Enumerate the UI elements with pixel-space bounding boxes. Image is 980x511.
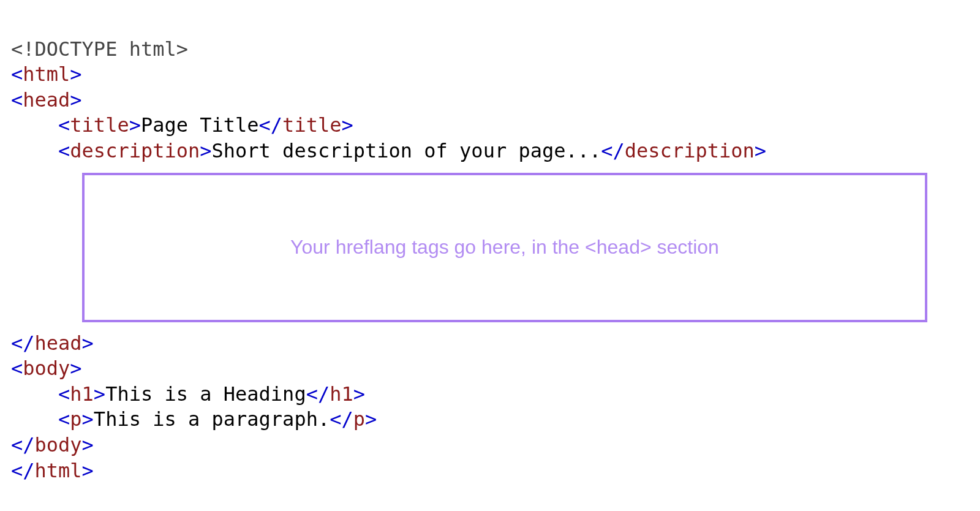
description-text: Short description of your page...	[212, 139, 601, 162]
doctype-line: <!DOCTYPE html>	[11, 37, 188, 61]
title-text: Page Title	[141, 113, 259, 137]
html-close-tag: html	[35, 459, 82, 482]
title-tag-close: title	[282, 113, 341, 137]
h1-tag-close: h1	[330, 382, 353, 406]
p-text: This is a paragraph.	[94, 407, 330, 431]
head-open-tag: head	[23, 88, 70, 112]
description-tag-open: description	[70, 139, 200, 162]
title-tag-open: title	[70, 113, 129, 137]
callout-wrapper: Your hreflang tags go here, in the <head…	[11, 173, 969, 322]
callout-text: Your hreflang tags go here, in the <head…	[290, 235, 719, 260]
hreflang-callout: Your hreflang tags go here, in the <head…	[82, 173, 927, 322]
description-tag-close: description	[625, 139, 755, 162]
p-tag-close: p	[353, 407, 365, 431]
p-tag-open: p	[70, 407, 81, 431]
h1-text: This is a Heading	[105, 382, 306, 406]
h1-tag-open: h1	[70, 382, 94, 406]
html-open-tag: html	[23, 62, 70, 86]
body-open-tag: body	[23, 357, 70, 380]
body-close-tag: body	[35, 433, 82, 456]
head-close-tag: head	[35, 331, 82, 355]
code-snippet: <!DOCTYPE html> <html> <head> <title>Pag…	[0, 0, 980, 483]
